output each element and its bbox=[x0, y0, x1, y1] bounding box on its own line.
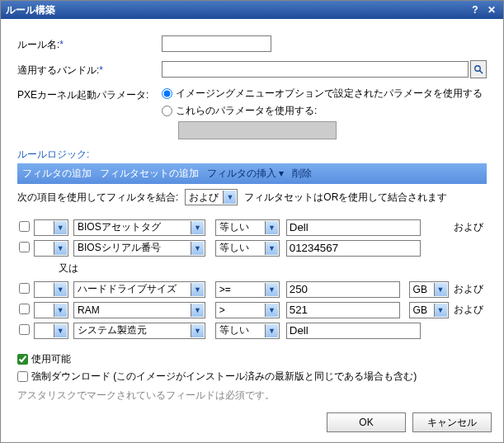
filter-conjunction: および bbox=[452, 299, 487, 320]
required-fields-note: アスタリスクでマークされているフィールドは必須です。 bbox=[17, 389, 487, 403]
filter-conjunction: および bbox=[452, 279, 487, 299]
svg-point-0 bbox=[475, 66, 480, 71]
pxe-option-imaging[interactable]: イメージングメニューオプションで設定されたパラメータを使用する bbox=[162, 87, 483, 101]
filter-conjunction: および bbox=[452, 217, 487, 238]
filter-conjunction bbox=[452, 238, 487, 258]
apply-bundle-label: 適用するバンドル:* bbox=[17, 62, 162, 78]
filter-field-select[interactable]: ハードドライブサイズ▼ bbox=[73, 281, 205, 298]
pxe-custom-params-input bbox=[178, 121, 337, 139]
filter-value-input[interactable] bbox=[286, 240, 421, 257]
filter-prefix-select[interactable]: ▼ bbox=[34, 302, 68, 318]
filter-operator-select[interactable]: 等しい▼ bbox=[215, 219, 280, 236]
filter-field-select[interactable]: システム製造元▼ bbox=[73, 323, 205, 339]
filter-row: ▼ BIOSアセットタグ▼ 等しい▼ および bbox=[17, 217, 487, 238]
filter-prefix-select[interactable]: ▼ bbox=[34, 281, 68, 298]
ok-button[interactable]: OK bbox=[327, 412, 406, 432]
combine-suffix: フィルタセットはORを使用して結合されます bbox=[244, 191, 447, 205]
insert-filter-action[interactable]: フィルタの挿入 ▾ bbox=[207, 167, 284, 181]
filter-value-input[interactable] bbox=[286, 281, 400, 298]
filter-row: ▼ BIOSシリアル番号▼ 等しい▼ bbox=[17, 238, 487, 258]
filter-field-select[interactable]: RAM▼ bbox=[73, 302, 205, 318]
filter-row: ▼ システム製造元▼ 等しい▼ bbox=[17, 320, 487, 341]
filter-unit-select[interactable]: GB▼ bbox=[409, 281, 449, 298]
filter-field-select[interactable]: BIOSシリアル番号▼ bbox=[73, 240, 205, 257]
magnifier-icon bbox=[473, 64, 483, 74]
close-icon[interactable]: ✕ bbox=[485, 3, 498, 16]
filter-row: ▼ RAM▼ >▼ GB▼ および bbox=[17, 299, 487, 320]
chevron-down-icon: ▼ bbox=[223, 191, 236, 204]
filter-value-input[interactable] bbox=[286, 302, 400, 318]
pxe-radio-custom[interactable] bbox=[162, 106, 172, 116]
delete-filter-action[interactable]: 削除 bbox=[292, 167, 312, 181]
filter-operator-select[interactable]: >=▼ bbox=[215, 281, 280, 298]
filter-operator-select[interactable]: 等しい▼ bbox=[215, 323, 280, 339]
rule-logic-heading: ルールロジック: bbox=[17, 148, 487, 162]
filter-row-checkbox[interactable] bbox=[19, 242, 30, 252]
dialog-title: ルール構築 bbox=[6, 3, 469, 17]
pxe-params-label: PXEカーネル起動パラメータ: bbox=[17, 87, 162, 102]
filter-table: ▼ BIOSアセットタグ▼ 等しい▼ および ▼ BIOSシリアル番号▼ 等しい… bbox=[17, 217, 487, 341]
filter-row: ▼ ハードドライブサイズ▼ >=▼ GB▼ および bbox=[17, 279, 487, 299]
filter-value-input[interactable] bbox=[286, 323, 421, 339]
force-download-checkbox[interactable] bbox=[17, 371, 28, 382]
help-icon[interactable]: ? bbox=[469, 3, 482, 16]
titlebar: ルール構築 ? ✕ bbox=[1, 1, 503, 19]
rule-builder-dialog: ルール構築 ? ✕ ルール名:* 適用するバンドル:* bbox=[0, 0, 504, 443]
filter-row-checkbox[interactable] bbox=[19, 324, 30, 335]
filter-conjunction bbox=[452, 320, 487, 341]
filter-field-select[interactable]: BIOSアセットタグ▼ bbox=[73, 219, 205, 236]
dialog-body: ルール名:* 適用するバンドル:* PXEカーネル起動パラメータ: bbox=[1, 19, 503, 442]
filter-operator-select[interactable]: 等しい▼ bbox=[215, 240, 280, 257]
filter-or-separator: 又は bbox=[19, 262, 485, 276]
pxe-option-custom[interactable]: これらのパラメータを使用する: bbox=[162, 104, 483, 118]
add-filter-set-action[interactable]: フィルタセットの追加 bbox=[100, 167, 199, 181]
browse-bundle-button[interactable] bbox=[470, 60, 487, 78]
pxe-radio-imaging[interactable] bbox=[162, 88, 172, 99]
rule-name-label: ルール名:* bbox=[17, 36, 162, 52]
apply-bundle-input[interactable] bbox=[162, 61, 469, 78]
combine-prefix: 次の項目を使用してフィルタを結合: bbox=[17, 191, 178, 205]
force-download-option[interactable]: 強制ダウンロード (このイメージがインストール済みの最新版と同じである場合も含む… bbox=[17, 370, 487, 384]
filter-prefix-select[interactable]: ▼ bbox=[34, 219, 68, 236]
chevron-down-icon: ▾ bbox=[279, 167, 284, 179]
svg-line-1 bbox=[480, 71, 483, 74]
cancel-button[interactable]: キャンセル bbox=[412, 412, 492, 432]
combine-operator-select[interactable]: および ▼ bbox=[185, 189, 238, 205]
filter-operator-select[interactable]: >▼ bbox=[215, 302, 280, 318]
filter-prefix-select[interactable]: ▼ bbox=[34, 240, 68, 257]
filter-prefix-select[interactable]: ▼ bbox=[34, 323, 68, 339]
filter-value-input[interactable] bbox=[286, 219, 421, 236]
filter-action-bar: フィルタの追加 フィルタセットの追加 フィルタの挿入 ▾ 削除 bbox=[17, 163, 487, 184]
enabled-option[interactable]: 使用可能 bbox=[17, 352, 487, 366]
filter-row-checkbox[interactable] bbox=[19, 221, 30, 232]
filter-unit-select[interactable]: GB▼ bbox=[409, 302, 449, 318]
filter-row-checkbox[interactable] bbox=[19, 304, 30, 314]
rule-name-input[interactable] bbox=[162, 35, 271, 52]
enabled-checkbox[interactable] bbox=[17, 354, 28, 365]
filter-row-checkbox[interactable] bbox=[19, 283, 30, 294]
add-filter-action[interactable]: フィルタの追加 bbox=[22, 167, 92, 181]
